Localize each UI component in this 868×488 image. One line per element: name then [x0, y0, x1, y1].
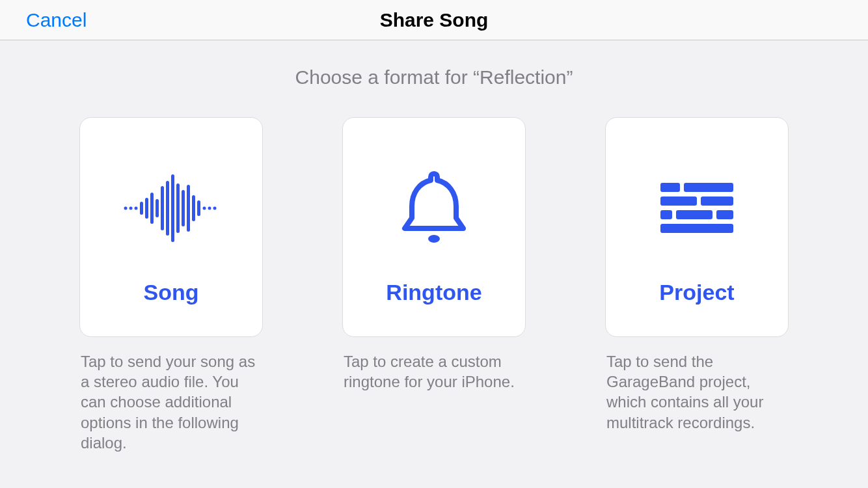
- svg-point-2: [135, 206, 138, 210]
- svg-point-16: [208, 206, 211, 210]
- song-card[interactable]: Song: [79, 117, 263, 337]
- svg-rect-3: [140, 202, 143, 215]
- svg-rect-4: [145, 198, 148, 219]
- svg-rect-25: [716, 210, 733, 219]
- song-description: Tap to send your song as a stereo audio …: [79, 351, 263, 453]
- format-options: Song Tap to send your song as a stereo a…: [0, 117, 868, 453]
- ringtone-card[interactable]: Ringtone: [342, 117, 526, 337]
- page-title: Share Song: [380, 9, 489, 31]
- svg-rect-8: [166, 181, 169, 236]
- svg-point-15: [203, 206, 206, 210]
- svg-rect-14: [197, 200, 200, 216]
- ringtone-description: Tap to create a custom ringtone for your…: [342, 351, 526, 392]
- svg-rect-12: [187, 185, 190, 232]
- cancel-button[interactable]: Cancel: [26, 9, 87, 31]
- svg-rect-24: [676, 210, 712, 219]
- project-description: Tap to send the GarageBand project, whic…: [605, 351, 789, 433]
- svg-point-1: [129, 206, 133, 210]
- subtitle: Choose a format for “Reflection”: [0, 66, 868, 88]
- svg-rect-5: [150, 193, 154, 224]
- header-bar: Cancel Share Song: [0, 0, 868, 40]
- svg-rect-21: [660, 197, 697, 206]
- option-ringtone: Ringtone Tap to create a custom ringtone…: [342, 117, 526, 453]
- project-label: Project: [659, 280, 734, 305]
- tracks-icon: [658, 150, 736, 267]
- svg-point-0: [124, 206, 128, 210]
- svg-rect-20: [684, 183, 733, 192]
- option-project: Project Tap to send the GarageBand proje…: [605, 117, 789, 453]
- ringtone-label: Ringtone: [386, 280, 481, 305]
- svg-rect-26: [660, 224, 733, 233]
- project-card[interactable]: Project: [605, 117, 789, 337]
- svg-rect-7: [161, 186, 164, 230]
- svg-point-17: [213, 206, 217, 210]
- svg-rect-22: [701, 197, 733, 206]
- svg-rect-11: [182, 190, 185, 226]
- option-song: Song Tap to send your song as a stereo a…: [79, 117, 263, 453]
- svg-rect-13: [192, 195, 195, 221]
- svg-rect-10: [176, 183, 180, 233]
- bell-icon: [392, 150, 476, 267]
- svg-rect-19: [660, 183, 680, 192]
- svg-rect-9: [171, 174, 174, 242]
- waveform-icon: [119, 150, 223, 267]
- svg-point-18: [428, 235, 440, 243]
- song-label: Song: [144, 280, 199, 305]
- svg-rect-6: [156, 199, 159, 217]
- svg-rect-23: [660, 210, 672, 219]
